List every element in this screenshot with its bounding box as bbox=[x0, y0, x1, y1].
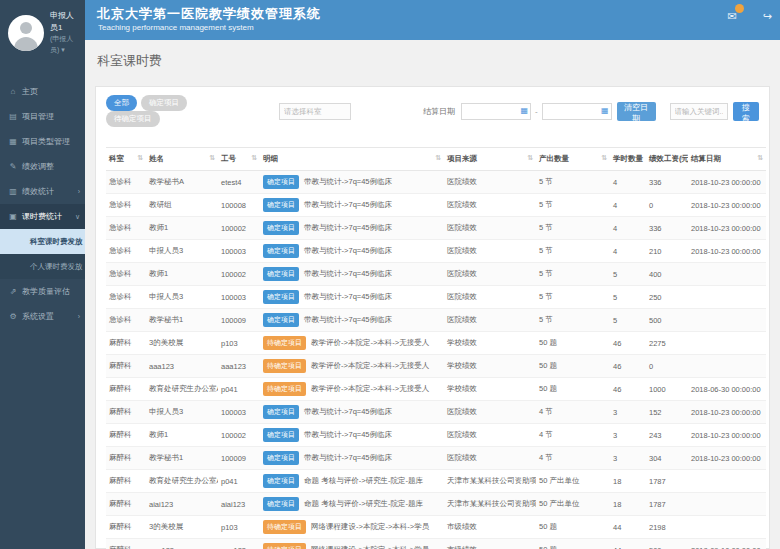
cell-hours: 5 bbox=[610, 263, 646, 286]
table-row: 麻醉科 aaa123 aaa123 待确定项目 教学评价->本院定->本科->无… bbox=[106, 355, 766, 378]
chevron-icon: › bbox=[78, 188, 80, 195]
status-badge[interactable]: 确定项目 bbox=[263, 198, 299, 212]
status-badge[interactable]: 确定项目 bbox=[263, 405, 299, 419]
status-badge[interactable]: 待确定项目 bbox=[263, 520, 306, 534]
status-filter-button[interactable]: 全部 bbox=[106, 95, 137, 111]
cell-source: 医院绩效 bbox=[444, 217, 536, 240]
sort-icon: ⇅ bbox=[527, 154, 533, 162]
cell-detail: 确定项目 带教与统计->7q=45例临床 bbox=[260, 217, 444, 240]
status-filter-button[interactable]: 待确定项目 bbox=[106, 111, 160, 127]
cell-date: 2018-09-10 00:00:00 bbox=[688, 539, 766, 549]
file-icon: ▤ bbox=[8, 112, 18, 121]
cell-source: 医院绩效 bbox=[444, 171, 536, 194]
column-header[interactable]: ⇅ 姓名 bbox=[146, 148, 218, 171]
column-header[interactable]: ⇅ 绩效工资(元) bbox=[646, 148, 688, 171]
status-badge[interactable]: 确定项目 bbox=[263, 244, 299, 258]
sidebar-item[interactable]: ▦ 项目类型管理 bbox=[0, 129, 85, 154]
column-header[interactable]: ⇅ 项目来源 bbox=[444, 148, 536, 171]
column-label: 学时数量 bbox=[613, 154, 643, 163]
cell-source: 医院绩效 bbox=[444, 401, 536, 424]
cell-employee-id: p041 bbox=[218, 378, 260, 401]
cell-detail: 确定项目 带教与统计->7q=45例临床 bbox=[260, 447, 444, 470]
clear-dates-button[interactable]: 清空日期 bbox=[617, 102, 656, 121]
user-panel[interactable]: 申报人员1 (申报人员) ▾ bbox=[0, 0, 85, 65]
sidebar-item[interactable]: ⌂ 主页 bbox=[0, 79, 85, 104]
cell-source: 医院绩效 bbox=[444, 286, 536, 309]
cell-department: 急诊科 bbox=[106, 309, 146, 332]
cell-pay: 2198 bbox=[646, 516, 688, 539]
cell-date bbox=[688, 516, 766, 539]
detail-text: 教学评价->本院定->本科->无接受人 bbox=[311, 384, 429, 393]
cell-hours: 18 bbox=[610, 493, 646, 516]
user-role[interactable]: (申报人员) ▾ bbox=[50, 34, 81, 55]
sidebar-item[interactable]: 科室课时费发放 bbox=[0, 229, 85, 254]
keyword-input[interactable] bbox=[670, 103, 728, 120]
cell-hours: 3 bbox=[610, 401, 646, 424]
sidebar-item[interactable]: ⚙ 系统设置 › bbox=[0, 304, 85, 329]
column-header[interactable]: ⇅ 明细 bbox=[260, 148, 444, 171]
sidebar-item[interactable]: 个人课时费发放 bbox=[0, 254, 85, 279]
status-badge[interactable]: 确定项目 bbox=[263, 474, 299, 488]
status-badge[interactable]: 确定项目 bbox=[263, 428, 299, 442]
column-header[interactable]: ⇅ 工号 bbox=[218, 148, 260, 171]
cell-department: 麻醉科 bbox=[106, 355, 146, 378]
status-badge[interactable]: 待确定项目 bbox=[263, 359, 306, 373]
column-label: 姓名 bbox=[149, 154, 164, 163]
status-badge[interactable]: 确定项目 bbox=[263, 451, 299, 465]
cell-employee-id: 100002 bbox=[218, 424, 260, 447]
column-label: 结算日期 bbox=[691, 154, 721, 163]
column-header[interactable]: ⇅ 学时数量 bbox=[610, 148, 646, 171]
status-badge[interactable]: 待确定项目 bbox=[263, 336, 306, 350]
cell-source: 市级绩效 bbox=[444, 516, 536, 539]
table-row: 急诊科 申报人员3 100003 确定项目 带教与统计->7q=45例临床 医院… bbox=[106, 286, 766, 309]
column-header[interactable]: ⇅ 科室 bbox=[106, 148, 146, 171]
cell-output: 5 节 bbox=[536, 194, 610, 217]
status-badge[interactable]: 确定项目 bbox=[263, 313, 299, 327]
sidebar-item[interactable]: ▥ 绩效统计 › bbox=[0, 179, 85, 204]
status-badge[interactable]: 确定项目 bbox=[263, 290, 299, 304]
status-badge[interactable]: 确定项目 bbox=[263, 221, 299, 235]
status-badge[interactable]: 确定项目 bbox=[263, 267, 299, 281]
cell-output: 4 节 bbox=[536, 401, 610, 424]
status-badge[interactable]: 待确定项目 bbox=[263, 543, 306, 549]
column-header[interactable]: ⇅ 结算日期 bbox=[688, 148, 766, 171]
sort-icon: ⇅ bbox=[757, 154, 763, 162]
detail-text: 带教与统计->7q=45例临床 bbox=[304, 177, 392, 186]
cell-name: 教学秘书1 bbox=[146, 309, 218, 332]
status-badge[interactable]: 确定项目 bbox=[263, 175, 299, 189]
cell-output: 5 节 bbox=[536, 217, 610, 240]
calendar-icon[interactable]: ▦ bbox=[520, 107, 528, 115]
cell-source: 医院绩效 bbox=[444, 240, 536, 263]
sidebar-item[interactable]: ▣ 课时费统计 ∨ bbox=[0, 204, 85, 229]
cell-department: 急诊科 bbox=[106, 171, 146, 194]
cell-date bbox=[688, 332, 766, 355]
cell-pay: 336 bbox=[646, 217, 688, 240]
sidebar-item[interactable]: ⇗ 教学质量评估 bbox=[0, 279, 85, 304]
status-badge[interactable]: 确定项目 bbox=[263, 497, 299, 511]
cell-detail: 确定项目 命题 考核与评价->研究生-院定-题库 bbox=[260, 470, 444, 493]
sidebar-item[interactable]: ✎ 绩效调整 bbox=[0, 154, 85, 179]
cell-output: 50 题 bbox=[536, 539, 610, 549]
cell-date: 2018-10-23 00:00:00 bbox=[688, 447, 766, 470]
sidebar-item[interactable]: ▤ 项目管理 bbox=[0, 104, 85, 129]
detail-text: 网络课程建设->本院定->本科->学员 bbox=[311, 522, 429, 531]
table-row: 麻醉科 aaa123 aaa123 待确定项目 网络课程建设->本院定->本科-… bbox=[106, 539, 766, 549]
search-button[interactable]: 搜索 bbox=[733, 102, 759, 121]
cell-department: 麻醉科 bbox=[106, 401, 146, 424]
table-row: 麻醉科 教师1 100002 确定项目 带教与统计->7q=45例临床 医院绩效… bbox=[106, 424, 766, 447]
cell-detail: 确定项目 带教与统计->7q=45例临床 bbox=[260, 401, 444, 424]
column-header[interactable]: ⇅ 产出数量 bbox=[536, 148, 610, 171]
cell-date: 2018-10-23 00:00:00 bbox=[688, 401, 766, 424]
cell-date bbox=[688, 355, 766, 378]
chevron-icon: ∨ bbox=[75, 213, 80, 221]
message-icon[interactable]: ✉ bbox=[728, 10, 737, 23]
status-badge[interactable]: 待确定项目 bbox=[263, 382, 306, 396]
sidebar-item-label: 教学质量评估 bbox=[22, 286, 70, 297]
calendar-icon[interactable]: ▦ bbox=[601, 107, 609, 115]
sidebar-nav: ⌂ 主页 ▤ 项目管理 ▦ 项目类型管理 ✎ 绩效调整 bbox=[0, 79, 85, 329]
department-select[interactable] bbox=[279, 103, 351, 120]
status-filter-button[interactable]: 确定项目 bbox=[141, 95, 187, 111]
cell-department: 麻醉科 bbox=[106, 516, 146, 539]
sort-icon: ⇅ bbox=[251, 154, 257, 162]
logout-icon[interactable]: ↪ bbox=[763, 10, 772, 23]
